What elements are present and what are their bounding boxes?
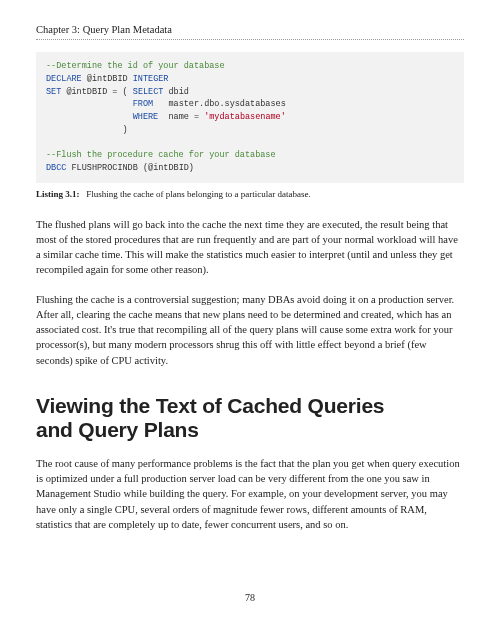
code-keyword: INTEGER [133,74,169,84]
page-number: 78 [0,592,500,603]
code-var: @intDBID [87,74,128,84]
body-paragraph: The root cause of many performance probl… [36,456,464,532]
code-keyword: DBCC [46,163,66,173]
body-paragraph: The flushed plans will go back into the … [36,217,464,278]
code-ident: dbid [169,87,189,97]
code-keyword: WHERE [133,112,159,122]
listing-caption: Listing 3.1: Flushing the cache of plans… [36,189,464,199]
code-keyword: FROM [133,99,153,109]
code-var: @intDBID [66,87,107,97]
code-comment: --Flush the procedure cache for your dat… [46,150,276,160]
code-keyword: SELECT [133,87,164,97]
code-listing: --Determine the id of your database DECL… [36,52,464,183]
code-comment: --Determine the id of your database [46,61,225,71]
code-string: 'mydatabasename' [204,112,286,122]
code-keyword: DECLARE [46,74,82,84]
code-keyword: SET [46,87,61,97]
code-ident: master.dbo.sysdatabases [168,99,285,109]
listing-text: Flushing the cache of plans belonging to… [86,189,310,199]
code-op: = [112,87,117,97]
code-ident: name [168,112,188,122]
code-paren: ( [123,87,128,97]
section-heading: Viewing the Text of Cached Queries and Q… [36,394,464,442]
code-var: @intDBID [148,163,189,173]
code-op: = [194,112,199,122]
heading-line: Viewing the Text of Cached Queries [36,394,384,417]
body-paragraph: Flushing the cache is a controversial su… [36,292,464,368]
code-paren: ) [123,125,128,135]
code-paren: ) [189,163,194,173]
listing-label: Listing 3.1: [36,189,80,199]
code-ident: FLUSHPROCINDB [72,163,138,173]
chapter-header: Chapter 3: Query Plan Metadata [36,24,464,40]
heading-line: and Query Plans [36,418,199,441]
